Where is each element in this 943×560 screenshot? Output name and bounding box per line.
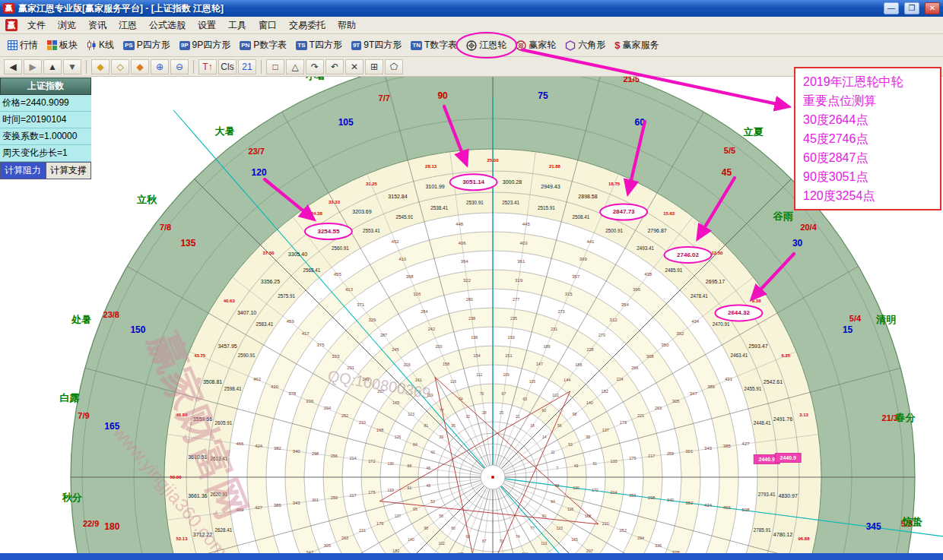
svg-text:22/9: 22/9 [83,519,99,528]
menu-item-2[interactable]: 资讯 [82,17,113,34]
toolbar-item-p-square[interactable]: PSP四方形 [119,36,175,55]
svg-text:11: 11 [551,450,554,454]
toolbar-item-t-table[interactable]: TNT数字表 [406,36,462,55]
svg-text:3508.81: 3508.81 [203,379,222,384]
diamond-gold-button[interactable]: ◆ [91,59,110,74]
svg-text:3407.10: 3407.10 [237,310,256,315]
zoom-in-button[interactable]: ⊕ [151,59,169,74]
svg-text:263: 263 [341,536,348,540]
zoom-out-button[interactable]: ⊖ [170,59,189,74]
menu-item-6[interactable]: 工具 [222,17,252,34]
svg-text:63: 63 [466,534,471,539]
toolbar-item-t-square[interactable]: TST四方形 [291,36,347,55]
svg-text:75: 75 [538,90,548,101]
title-bar: 赢 赢家江恩专业版[赢家服务平台] - [上证指数 江恩轮] — ❐ ✕ [0,0,943,17]
svg-text:81: 81 [424,423,429,428]
toolbar-item-quotes[interactable]: 行情 [3,36,43,55]
menu-item-4[interactable]: 公式选股 [143,17,192,34]
svg-text:3254.55: 3254.55 [317,228,339,235]
svg-text:大暑: 大暑 [215,125,235,137]
nav-up-button[interactable]: ▲ [43,59,62,74]
winner-service-icon: $ [614,40,620,51]
toolbar-item-gann-wheel[interactable]: 江恩轮 [462,36,511,55]
filter-button[interactable]: ▼ [63,59,81,74]
toolbar-item-9t-square[interactable]: 9T9T四方形 [347,36,406,55]
svg-text:56: 56 [439,514,443,518]
toolbar-item-9p-square[interactable]: 9P9P四方形 [175,36,235,55]
svg-text:259: 259 [667,451,674,456]
svg-text:350: 350 [661,343,669,347]
svg-text:2593.47: 2593.47 [748,343,767,349]
svg-text:25: 25 [499,410,503,415]
svg-text:77: 77 [440,408,444,413]
menu-item-8[interactable]: 交易委托 [283,17,332,34]
nav-forward-button[interactable]: ▶ [24,59,42,74]
text-tool-button[interactable]: T↑ [198,59,217,74]
svg-text:448: 448 [456,222,464,226]
info-row-3: 周天变化步长=1 [0,145,91,162]
svg-text:123: 123 [557,526,564,530]
calc-resistance-button[interactable]: 计算阻力 [0,162,46,179]
toolbar-item-hexagon[interactable]: 六角形 [560,36,610,55]
svg-text:214: 214 [611,490,618,495]
menu-item-1[interactable]: 浏览 [52,17,82,34]
menu-item-5[interactable]: 设置 [192,17,222,34]
triangle-tool-button[interactable]: △ [286,59,304,74]
svg-text:277: 277 [513,297,519,302]
svg-text:42: 42 [430,450,435,454]
diamond-outline-button[interactable]: ◇ [111,59,129,74]
svg-text:84: 84 [413,442,418,447]
nav-back-button[interactable]: ◀ [4,59,22,74]
svg-text:21/5: 21/5 [623,77,639,84]
toolbar-item-sectors[interactable]: 板块 [43,36,82,55]
close-button[interactable]: ✕ [925,2,940,14]
svg-text:312: 312 [610,318,618,322]
svg-text:144: 144 [564,378,570,382]
delete-tool-button[interactable]: ✕ [345,59,364,74]
select-tool-button[interactable]: ⊞ [365,59,383,74]
svg-text:217: 217 [648,454,655,458]
menu-item-3[interactable]: 江恩 [113,17,143,34]
info-rows: 价格=2440.9099时间=20190104变换系数=1.00000周天变化步… [0,95,91,162]
svg-text:119: 119 [541,541,547,546]
toolbar-item-winner-wheel[interactable]: 赢家轮 [511,36,560,55]
calc-support-button[interactable]: 计算支撑 [46,162,91,179]
svg-text:立夏: 立夏 [743,126,764,138]
svg-text:25.00: 25.00 [487,158,499,163]
maximize-button[interactable]: ❐ [904,2,919,14]
toolbar-item-p-table[interactable]: PNP数字表 [235,36,291,55]
polygon-tool-button[interactable]: ⬠ [385,59,403,74]
taskbar[interactable] [0,553,943,560]
svg-text:217: 217 [350,493,357,498]
svg-text:2598.41: 2598.41 [224,386,242,391]
menu-item-9[interactable]: 帮助 [332,17,362,34]
svg-text:清明: 清明 [875,314,896,325]
clear-button-button[interactable]: Cls [218,59,237,74]
svg-text:40.63: 40.63 [224,299,236,303]
rect-tool-button[interactable]: □ [266,59,284,74]
svg-text:210: 210 [602,521,609,526]
svg-text:158: 158 [443,362,449,366]
p-table-icon: PN [240,41,251,50]
svg-text:413: 413 [345,287,354,292]
arc-ccw-tool-button[interactable]: ↶ [325,59,344,74]
svg-text:60: 60 [635,117,646,128]
svg-text:9.38: 9.38 [752,299,761,303]
svg-text:438: 438 [644,272,652,277]
svg-text:424: 424 [255,444,263,448]
svg-text:95: 95 [586,435,590,439]
toolbar-item-label: 板块 [59,39,78,52]
toolbar-item-winner-service[interactable]: $赢家服务 [610,36,663,55]
menu-item-7[interactable]: 窗口 [252,17,283,34]
svg-text:336: 336 [655,543,662,548]
calendar-button-button[interactable]: 21 [238,59,256,74]
svg-text:382: 382 [685,501,694,505]
diamond-orange-button[interactable]: ◆ [131,59,149,74]
svg-text:2493.41: 2493.41 [637,245,654,251]
svg-text:130: 130 [573,486,579,490]
minimize-button[interactable]: — [884,2,899,14]
arc-cw-tool-button[interactable]: ↷ [306,59,324,74]
toolbar-item-kline[interactable]: K线 [82,36,119,55]
svg-text:364: 364 [461,259,469,264]
menu-item-0[interactable]: 文件 [21,17,52,34]
